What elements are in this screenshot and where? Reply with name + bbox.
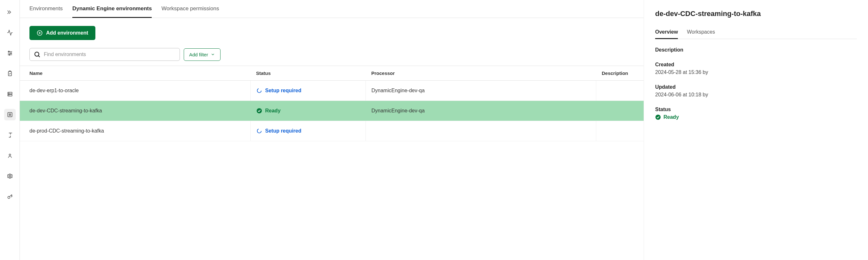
col-status[interactable]: Status bbox=[250, 66, 366, 81]
chevron-down-icon bbox=[211, 52, 215, 57]
cell-processor bbox=[366, 121, 596, 141]
add-filter-label: Add filter bbox=[189, 52, 208, 57]
plus-circle-icon bbox=[36, 30, 43, 36]
top-tabs: Environments Dynamic Engine environments… bbox=[20, 0, 644, 18]
table-row[interactable]: de-dev-CDC-streaming-to-kafka Ready Dyna… bbox=[20, 101, 644, 121]
tab-environments[interactable]: Environments bbox=[29, 0, 63, 18]
add-environment-button[interactable]: Add environment bbox=[29, 26, 95, 40]
svg-point-18 bbox=[8, 196, 10, 199]
detail-status: Status Ready bbox=[655, 107, 857, 120]
cell-description bbox=[596, 121, 644, 141]
sliders-icon[interactable] bbox=[4, 48, 16, 59]
detail-description-label: Description bbox=[655, 47, 857, 53]
col-name[interactable]: Name bbox=[20, 66, 250, 81]
detail-updated-label: Updated bbox=[655, 84, 857, 90]
search-input[interactable] bbox=[44, 52, 176, 57]
detail-status-label: Status bbox=[655, 107, 857, 112]
detail-tabs: Overview Workspaces bbox=[655, 26, 857, 39]
loading-icon bbox=[256, 128, 262, 134]
detail-updated-value: 2024-06-06 at 10:18 by bbox=[655, 92, 857, 98]
svg-point-26 bbox=[257, 129, 261, 133]
cell-description bbox=[596, 81, 644, 101]
cell-name: de-dev-CDC-streaming-to-kafka bbox=[20, 101, 250, 121]
svg-point-9 bbox=[9, 93, 9, 93]
environments-table-wrap: Name Status Processor Description de-dev… bbox=[20, 66, 644, 260]
detail-tab-workspaces[interactable]: Workspaces bbox=[687, 26, 715, 39]
cell-status: Setup required bbox=[250, 81, 366, 101]
activity-icon[interactable] bbox=[4, 27, 16, 38]
branch-icon[interactable] bbox=[4, 129, 16, 141]
tab-dynamic-engine-environments[interactable]: Dynamic Engine environments bbox=[72, 0, 152, 18]
cell-processor: DynamicEngine-dev-qa bbox=[366, 81, 596, 101]
svg-point-25 bbox=[256, 108, 261, 113]
detail-description: Description bbox=[655, 47, 857, 53]
cell-processor: DynamicEngine-dev-qa bbox=[366, 101, 596, 121]
detail-title: de-dev-CDC-streaming-to-kafka bbox=[655, 9, 857, 18]
user-icon[interactable] bbox=[4, 150, 16, 162]
add-filter-button[interactable]: Add filter bbox=[184, 48, 220, 61]
search-icon bbox=[34, 51, 41, 58]
svg-point-10 bbox=[9, 95, 9, 95]
cell-name: de-prod-CDC-streaming-to-kafka bbox=[20, 121, 250, 141]
gear-icon[interactable] bbox=[4, 170, 16, 182]
svg-point-22 bbox=[35, 52, 39, 56]
nav-rail bbox=[0, 0, 20, 260]
key-icon[interactable] bbox=[4, 191, 16, 202]
toolbar: Add environment bbox=[20, 18, 644, 40]
svg-point-27 bbox=[655, 115, 660, 120]
svg-line-23 bbox=[38, 56, 40, 57]
environments-table: Name Status Processor Description de-dev… bbox=[20, 66, 644, 141]
server-icon[interactable] bbox=[4, 88, 16, 100]
check-circle-icon bbox=[655, 114, 661, 120]
detail-created: Created 2024-05-28 at 15:36 by bbox=[655, 62, 857, 75]
loading-icon bbox=[256, 88, 262, 93]
clipboard-icon[interactable] bbox=[4, 68, 16, 79]
detail-status-value: Ready bbox=[663, 114, 679, 120]
check-circle-icon bbox=[256, 108, 262, 114]
detail-created-value: 2024-05-28 at 15:36 by bbox=[655, 69, 857, 75]
cell-status: Ready bbox=[250, 101, 366, 121]
tab-workspace-permissions[interactable]: Workspace permissions bbox=[161, 0, 219, 18]
filter-row: Add filter bbox=[20, 40, 644, 66]
detail-tab-overview[interactable]: Overview bbox=[655, 26, 678, 39]
svg-point-16 bbox=[9, 154, 10, 155]
expand-nav-icon[interactable] bbox=[4, 6, 16, 18]
svg-point-24 bbox=[257, 89, 261, 93]
list-icon[interactable] bbox=[4, 109, 16, 120]
cell-status: Setup required bbox=[250, 121, 366, 141]
svg-point-17 bbox=[9, 175, 10, 177]
table-row[interactable]: de-dev-erp1-to-oracle Setup required Dyn… bbox=[20, 81, 644, 101]
detail-created-label: Created bbox=[655, 62, 857, 67]
detail-updated: Updated 2024-06-06 at 10:18 by bbox=[655, 84, 857, 98]
search-box[interactable] bbox=[29, 48, 180, 61]
detail-panel: de-dev-CDC-streaming-to-kafka Overview W… bbox=[644, 0, 868, 260]
col-description[interactable]: Description bbox=[596, 66, 644, 81]
add-environment-label: Add environment bbox=[46, 30, 88, 36]
table-row[interactable]: de-prod-CDC-streaming-to-kafka Setup req… bbox=[20, 121, 644, 141]
main-content: Environments Dynamic Engine environments… bbox=[20, 0, 644, 260]
cell-name: de-dev-erp1-to-oracle bbox=[20, 81, 250, 101]
cell-description bbox=[596, 101, 644, 121]
col-processor[interactable]: Processor bbox=[366, 66, 596, 81]
